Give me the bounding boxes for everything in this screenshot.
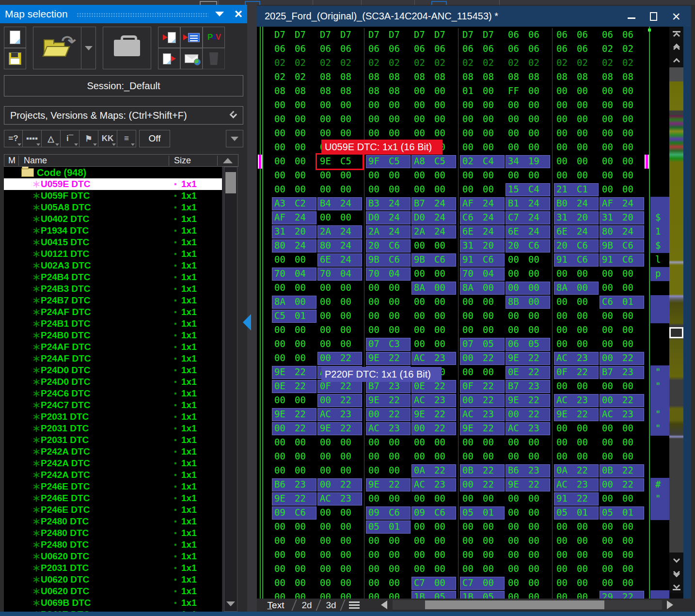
map-list-item[interactable]: ∗P24B3 DTC1x1	[4, 283, 222, 295]
hex-word[interactable]: 0000	[554, 155, 599, 168]
column-m[interactable]: M	[4, 156, 19, 166]
hex-word[interactable]: FF00	[505, 85, 550, 98]
minimap-content[interactable]	[669, 67, 683, 553]
hex-row[interactable]: 8A0000000000000000008B000000C601	[271, 295, 646, 309]
hex-word[interactable]: 0808	[600, 71, 644, 84]
hex-word[interactable]: 1B05	[460, 591, 505, 599]
hex-word[interactable]: 0705	[460, 338, 505, 351]
hex-row[interactable]: 9E22AC2300229E22AC2300229E22AC23	[271, 408, 646, 422]
hex-word[interactable]: C624	[460, 211, 505, 224]
map-list-item[interactable]: ∗P24C6 DTC1x1	[4, 388, 222, 399]
hex-word[interactable]: AC23	[505, 422, 550, 435]
hex-word[interactable]: 0000	[505, 141, 550, 154]
map-list-item[interactable]: ∗P24AF DTC1x1	[4, 341, 222, 353]
hex-word[interactable]: 07C3	[366, 338, 411, 351]
hex-word[interactable]: 0000	[317, 324, 362, 337]
hex-word[interactable]: 6E24	[317, 253, 362, 267]
filter-button-1[interactable]: ▪▪▪▪	[23, 130, 42, 147]
hex-word[interactable]: 0000	[554, 563, 599, 576]
import-map-button[interactable]	[158, 27, 180, 48]
hex-word[interactable]: D024	[411, 211, 456, 224]
hex-word[interactable]: 9E22	[272, 366, 316, 379]
hex-word[interactable]: 0E22	[272, 380, 316, 393]
hex-word[interactable]: B724	[411, 197, 456, 210]
hex-word[interactable]: 0000	[600, 268, 644, 281]
hex-word[interactable]: 0606	[554, 43, 599, 56]
hex-row[interactable]: 00000000000000000000000000000000	[271, 112, 646, 126]
save-button[interactable]	[4, 48, 26, 69]
tab-text[interactable]: Text	[257, 599, 295, 612]
hex-word[interactable]: 0022	[600, 352, 644, 365]
hex-word[interactable]: 0F22	[460, 380, 505, 393]
hex-word[interactable]: 0000	[411, 127, 456, 140]
hex-word[interactable]: 2A24	[317, 225, 362, 238]
map-selection-titlebar[interactable]: Map selection ×	[0, 5, 247, 23]
map-list-item[interactable]: ∗P246E DTC1x1	[4, 504, 222, 516]
hex-word[interactable]: 0000	[317, 183, 362, 196]
hex-word[interactable]: 0000	[272, 394, 316, 407]
hex-word[interactable]: 8024	[600, 225, 644, 238]
hex-word[interactable]: 0000	[411, 338, 456, 351]
hex-row[interactable]: 00000000000000000000000000000000	[271, 562, 646, 576]
tab-3d[interactable]: 3d	[319, 599, 343, 612]
hex-word[interactable]: 0022	[317, 352, 362, 365]
horizontal-scrollbar-thumb[interactable]	[425, 600, 604, 609]
hex-word[interactable]: 0000	[411, 99, 456, 112]
maximize-icon[interactable]	[650, 12, 657, 21]
hex-word[interactable]: 0000	[272, 324, 316, 337]
scroll-left-icon[interactable]	[381, 600, 387, 609]
hex-word[interactable]: 0000	[505, 127, 550, 140]
hex-word[interactable]: 0000	[272, 155, 316, 168]
hex-word[interactable]: 7004	[366, 268, 411, 281]
map-list-item[interactable]: ∗P242A DTC1x1	[4, 469, 222, 481]
hex-word[interactable]: 0000	[272, 521, 316, 534]
hex-word[interactable]: 09C6	[411, 506, 456, 520]
hex-word[interactable]: 0000	[317, 521, 362, 534]
hex-row[interactable]: B62300229E22AC2300229E22AC230022	[271, 478, 646, 492]
hex-word[interactable]: 0000	[505, 436, 550, 449]
hex-word[interactable]: 0000	[272, 253, 316, 267]
map-list-item[interactable]: ∗P242A DTC1x1	[4, 446, 222, 458]
hex-word[interactable]: 0000	[272, 352, 316, 365]
panel-splitter[interactable]	[247, 5, 257, 612]
hex-word[interactable]: 0606	[554, 29, 599, 42]
hex-word[interactable]: AC23	[460, 408, 505, 421]
hex-word[interactable]: 0606	[272, 43, 316, 56]
hex-word[interactable]: 0202	[366, 57, 411, 70]
hex-word[interactable]: 0000	[554, 127, 599, 140]
hex-word[interactable]: 0606	[505, 43, 550, 56]
hex-word[interactable]: B124	[505, 197, 550, 210]
hex-word[interactable]: 0E22	[505, 366, 550, 379]
filter-dropdown-button[interactable]	[226, 130, 243, 147]
hex-word[interactable]: 0000	[317, 211, 362, 224]
hex-word[interactable]: 0000	[366, 324, 411, 337]
hex-word[interactable]: 0000	[272, 535, 316, 548]
hex-word[interactable]: C700	[460, 577, 505, 590]
panel-close-icon[interactable]: ×	[235, 9, 242, 19]
hex-row[interactable]: 00000000000000000000000000000000	[271, 169, 646, 183]
hex-word[interactable]: 0000	[505, 535, 550, 548]
map-list-item[interactable]: ∗P24D0 DTC1x1	[4, 376, 222, 388]
hex-row[interactable]: 06060606060606060606060606060202	[271, 42, 646, 56]
hex-word[interactable]: 0000	[460, 521, 505, 534]
hex-word[interactable]: 0000	[366, 436, 411, 449]
hex-word[interactable]: 0000	[554, 380, 599, 393]
hex-word[interactable]: 0000	[505, 324, 550, 337]
view-menu-button[interactable]	[349, 601, 360, 609]
new-map-button[interactable]	[4, 27, 26, 48]
open-button[interactable]: ↷	[33, 27, 81, 69]
hex-word[interactable]: 0022	[272, 422, 316, 435]
hex-word[interactable]: 0000	[554, 113, 599, 126]
hex-row[interactable]: 0000000000000000000015C421C10000	[271, 183, 646, 197]
send-mail-button[interactable]	[180, 48, 203, 69]
project-button[interactable]	[103, 27, 151, 69]
hex-word[interactable]: A3C2	[272, 197, 316, 210]
hex-word[interactable]: 0000	[600, 324, 644, 337]
hex-word[interactable]: 0000	[366, 310, 411, 323]
hex-word[interactable]: 2A24	[366, 225, 411, 238]
hex-word[interactable]: B723	[505, 380, 550, 393]
hex-word[interactable]: 0000	[554, 141, 599, 154]
hex-word[interactable]: 0808	[411, 71, 456, 84]
hex-word[interactable]: 0000	[411, 85, 456, 98]
hex-word[interactable]: 0000	[505, 99, 550, 112]
